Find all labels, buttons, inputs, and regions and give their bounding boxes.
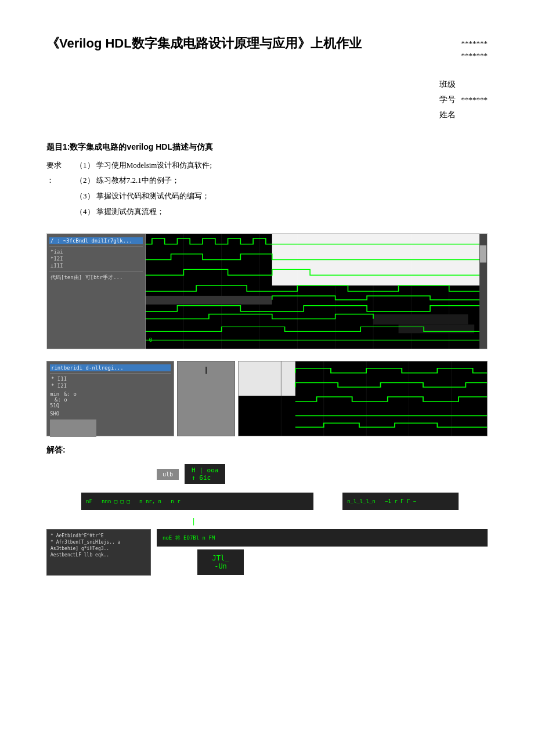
id-label: 学号	[432, 95, 456, 105]
stars-line1: *******	[461, 38, 488, 50]
panel-item-2: *I2I	[49, 255, 143, 262]
id-row: 学号 *******	[432, 95, 488, 105]
bottom-row2: nF nnn □ □ □ n nr, n n r n_l_l_l_n −1 r …	[46, 493, 488, 510]
panel-path: / : ~3fcBndl dnilIr7glk...	[49, 237, 143, 244]
file-label-line2: ↑ 6ic	[192, 474, 218, 482]
header-section: 《Verilog HDL数字集成电路设计原理与应用》上机作业 ******* *…	[46, 35, 488, 62]
req-row-1: 要求 （1） 学习使用Modelsim设计和仿真软件;	[46, 158, 488, 173]
left-panel-top: / : ~3fcBndl dnilIr7glk... *iai *I2I ⊥I1…	[47, 234, 146, 349]
jtl-box: JTl_ -Un	[197, 549, 244, 575]
main-title: 《Verilog HDL数字集成电路设计原理与应用》上机作业	[46, 35, 450, 52]
req-colon: ：	[46, 173, 75, 188]
tree-item-2: * Afr3tben[T_sniH1ejs.. a	[50, 540, 147, 545]
header-stars: ******* *******	[461, 35, 488, 62]
info-table: 班级 学号 ******* 姓名	[432, 79, 488, 125]
req-row-3: （3） 掌握设计代码和测试代码的编写；	[46, 189, 488, 204]
mid-footer: SHO	[50, 411, 171, 417]
requirements: 要求 （1） 学习使用Modelsim设计和仿真软件; ： （2） 练习教材7.…	[46, 158, 488, 219]
mid-center: |	[177, 361, 235, 436]
req-row-colon: ： （2） 练习教材7.2.1中的例子；	[46, 173, 488, 188]
info-section: 班级 学号 ******* 姓名	[46, 79, 488, 125]
tree-item-1: * AeEtbindh^E^#tr^E	[50, 533, 147, 538]
left-panel-mid: rintberidi d-nllregi... * I1I * I2I min …	[46, 361, 174, 436]
bottom-final-row: JTl_ -Un	[157, 549, 488, 575]
svg-rect-15	[480, 245, 486, 263]
cursor-indicator: |	[192, 516, 488, 526]
req-prefix: 要求	[46, 158, 75, 173]
left-tree: * AeEtbindh^E^#tr^E * Afr3tben[T_sniH1ej…	[46, 529, 151, 576]
waveform-bar: n_l_l_l_n −1 r Γ Γ −	[342, 493, 459, 510]
req2-text: （2） 练习教材7.2.1中的例子；	[75, 173, 179, 188]
name-row: 姓名	[432, 110, 488, 120]
stars-line2: *******	[461, 50, 488, 62]
progress-bar: noE 将 EO7Bl n FM	[157, 529, 488, 547]
waveform-svg-mid	[239, 361, 487, 436]
code-bar: nF nnn □ □ □ n nr, n n r	[81, 493, 313, 510]
jtl-line2: -Un	[204, 562, 237, 570]
jtl-line1: JTl_	[204, 554, 237, 562]
class-label: 班级	[432, 79, 456, 90]
right-area: noE 将 EO7Bl n FM JTl_ -Un	[157, 529, 488, 575]
panel-item-3: ⊥I1I	[49, 262, 143, 269]
id-value: *******	[461, 95, 488, 104]
bottom-row3: * AeEtbindh^E^#tr^E * Afr3tben[T_sniH1ej…	[46, 529, 488, 576]
topic-title: 题目1:数字集成电路的verilog HDL描述与仿真	[46, 142, 488, 153]
req-row-4: （4） 掌握测试仿真流程；	[46, 205, 488, 219]
bottom-row1: ulb H | ooa ↑ 6ic	[46, 464, 488, 484]
tree-item-4: AestbenctLF llb eqk..	[50, 552, 147, 558]
svg-rect-10	[146, 296, 272, 305]
waveform-svg-top: 0	[146, 234, 487, 349]
file-label-line1: H | ooa	[192, 466, 218, 474]
svg-rect-12	[399, 325, 475, 334]
page: 《Verilog HDL数字集成电路设计原理与应用》上机作业 ******* *…	[0, 0, 534, 756]
tree-item-3: As3tbehie] g*iHTeg3..	[50, 546, 147, 551]
answer-label: 解答:	[46, 445, 488, 455]
ulb-button[interactable]: ulb	[157, 469, 179, 480]
class-row: 班级	[432, 79, 488, 90]
name-label: 姓名	[432, 110, 456, 120]
topic-section: 题目1:数字集成电路的verilog HDL描述与仿真 要求 （1） 学习使用M…	[46, 142, 488, 219]
answer-section: 解答: ulb H | ooa ↑ 6ic nF nnn □ □ □ n nr,…	[46, 445, 488, 576]
svg-rect-17	[239, 361, 295, 396]
mid-panel-path: rintberidi d-nllregi...	[50, 364, 171, 371]
file-label-box: H | ooa ↑ 6ic	[185, 464, 225, 484]
screenshot-mid: rintberidi d-nllregi... * I1I * I2I min …	[46, 361, 488, 436]
req3-text: （3） 掌握设计代码和测试代码的编写；	[75, 189, 210, 204]
panel-item-1: *iai	[49, 248, 143, 255]
mid-item-1: * I1I	[50, 375, 171, 382]
panel-note: 代码[ten由] 可[btr手才...	[49, 273, 143, 282]
screenshots-section: / : ~3fcBndl dnilIr7glk... *iai *I2I ⊥I1…	[46, 233, 488, 436]
waveform-main-top: 0	[146, 234, 487, 349]
req4-text: （4） 掌握测试仿真流程；	[75, 205, 164, 219]
screenshot-top: / : ~3fcBndl dnilIr7glk... *iai *I2I ⊥I1…	[46, 233, 488, 349]
mid-item-2: * I2I	[50, 382, 171, 389]
req1-text: （1） 学习使用Modelsim设计和仿真软件;	[75, 158, 212, 173]
waveform-mid-right	[238, 361, 488, 436]
svg-rect-11	[373, 314, 468, 325]
